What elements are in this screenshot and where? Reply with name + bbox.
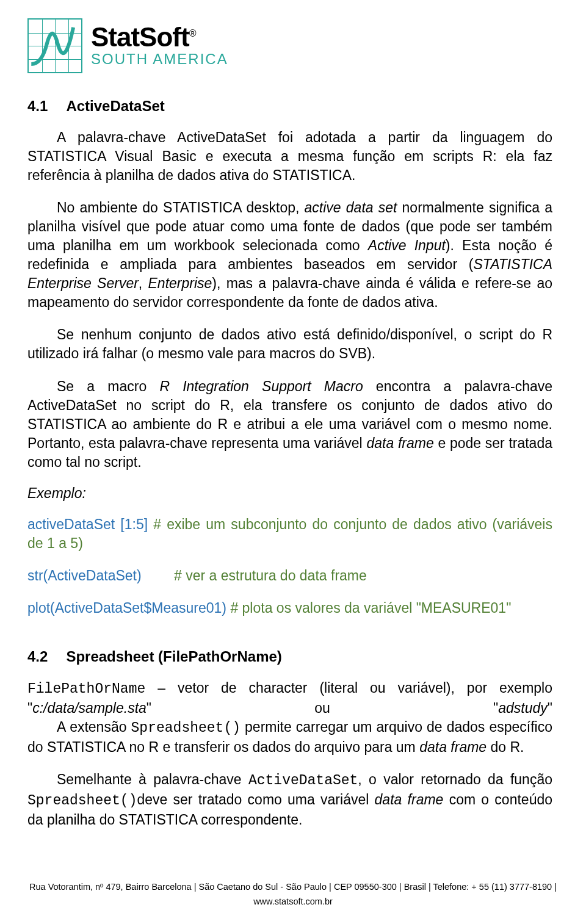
code-example: plot(ActiveDataSet$Measure01) # plota os… [27, 599, 552, 618]
logo-subtitle: SOUTH AMERICA [91, 51, 228, 68]
paragraph: A extensão Spreadsheet() permite carrega… [27, 718, 552, 757]
paragraph: Semelhante à palavra-chave ActiveDataSet… [27, 770, 552, 829]
paragraph: Se nenhum conjunto de dados ativo está d… [27, 325, 552, 363]
logo-brand: StatSoft® [91, 24, 228, 51]
section-heading-4-1: 4.1ActiveDataSet [27, 98, 552, 115]
logo-icon [27, 18, 82, 73]
paragraph: Se a macro R Integration Support Macro e… [27, 377, 552, 472]
code-example: str(ActiveDataSet)# ver a estrutura do d… [27, 566, 552, 585]
logo: StatSoft® SOUTH AMERICA [27, 18, 552, 73]
paragraph: A palavra-chave ActiveDataSet foi adotad… [27, 128, 552, 185]
code-example: activeDataSet [1:5] # exibe um subconjun… [27, 515, 552, 553]
paragraph: No ambiente do STATISTICA desktop, activ… [27, 198, 552, 312]
example-label: Exemplo: [27, 485, 552, 502]
section-heading-4-2: 4.2Spreadsheet (FilePathOrName) [27, 648, 552, 665]
paragraph: FilePathOrName – vetor de character (lit… [27, 679, 552, 718]
page-footer: Rua Votorantim, nº 479, Bairro Barcelona… [0, 879, 586, 909]
